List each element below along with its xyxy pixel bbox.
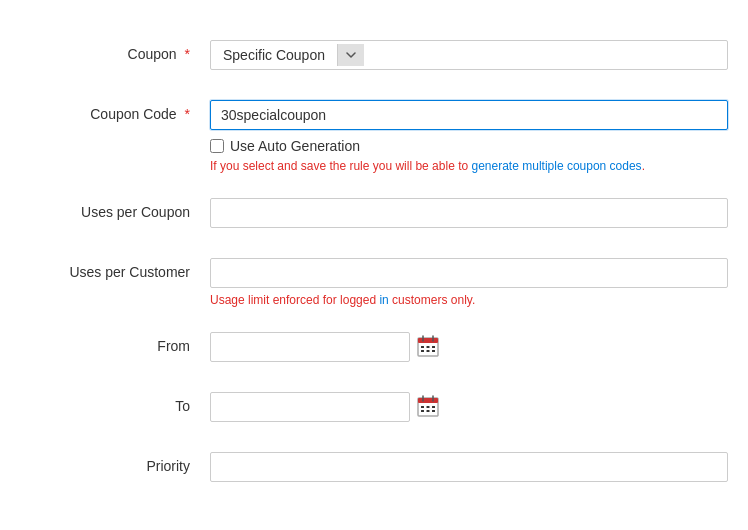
coupon-row: Coupon * Specific Coupon — [0, 30, 748, 80]
svg-rect-16 — [432, 406, 435, 408]
svg-rect-9 — [432, 350, 435, 352]
svg-rect-18 — [427, 410, 430, 412]
svg-rect-5 — [427, 346, 430, 348]
usage-help-text: Usage limit enforced for logged in custo… — [210, 293, 728, 307]
usage-help-prefix: Usage limit enforced for logged — [210, 293, 379, 307]
from-row: From — [0, 322, 748, 372]
auto-generation-checkbox[interactable] — [210, 139, 224, 153]
coupon-code-label-text: Coupon Code — [90, 106, 176, 122]
to-date-wrapper — [210, 392, 728, 422]
to-row: To — [0, 382, 748, 432]
auto-gen-help-link: generate multiple coupon codes — [472, 159, 642, 173]
from-calendar-icon[interactable] — [416, 334, 440, 361]
svg-rect-7 — [421, 350, 424, 352]
priority-label: Priority — [20, 452, 210, 474]
uses-per-coupon-label: Uses per Coupon — [20, 198, 210, 220]
coupon-code-input[interactable] — [210, 100, 728, 130]
coupon-required-star: * — [185, 46, 190, 62]
coupon-type-select[interactable]: Specific Coupon — [210, 40, 728, 70]
calendar-svg-from — [416, 334, 440, 358]
svg-rect-8 — [427, 350, 430, 352]
coupon-code-input-col: Use Auto Generation If you select and sa… — [210, 100, 728, 173]
svg-rect-4 — [421, 346, 424, 348]
to-date-input[interactable] — [210, 392, 410, 422]
from-input-col — [210, 332, 728, 362]
to-label: To — [20, 392, 210, 414]
coupon-type-value: Specific Coupon — [211, 41, 337, 69]
coupon-code-required-star: * — [185, 106, 190, 122]
calendar-svg-to — [416, 394, 440, 418]
uses-per-coupon-input-col — [210, 198, 728, 228]
svg-rect-17 — [421, 410, 424, 412]
svg-rect-6 — [432, 346, 435, 348]
auto-generation-help-text: If you select and save the rule you will… — [210, 159, 728, 173]
svg-rect-11 — [418, 398, 438, 403]
priority-input[interactable] — [210, 452, 728, 482]
svg-rect-1 — [418, 338, 438, 343]
form-container: Coupon * Specific Coupon Coupon Code * — [0, 20, 748, 512]
priority-row: Priority — [0, 442, 748, 492]
from-date-wrapper — [210, 332, 728, 362]
uses-per-coupon-input[interactable] — [210, 198, 728, 228]
coupon-label-text: Coupon — [128, 46, 177, 62]
priority-input-col — [210, 452, 728, 482]
svg-rect-15 — [427, 406, 430, 408]
coupon-label: Coupon * — [20, 40, 210, 62]
usage-help-suffix: customers only. — [389, 293, 475, 307]
to-input-col — [210, 392, 728, 422]
coupon-type-dropdown-btn[interactable] — [337, 44, 364, 66]
uses-per-customer-input-col: Usage limit enforced for logged in custo… — [210, 258, 728, 307]
uses-per-customer-row: Uses per Customer Usage limit enforced f… — [0, 248, 748, 317]
coupon-input-col: Specific Coupon — [210, 40, 728, 70]
coupon-code-row: Coupon Code * Use Auto Generation If you… — [0, 90, 748, 183]
from-date-input[interactable] — [210, 332, 410, 362]
svg-rect-19 — [432, 410, 435, 412]
uses-per-coupon-row: Uses per Coupon — [0, 188, 748, 238]
uses-per-customer-label: Uses per Customer — [20, 258, 210, 280]
auto-gen-help-prefix: If you select and save the rule you will… — [210, 159, 472, 173]
from-label: From — [20, 332, 210, 354]
auto-gen-help-suffix: . — [642, 159, 645, 173]
uses-per-customer-input[interactable] — [210, 258, 728, 288]
coupon-code-label: Coupon Code * — [20, 100, 210, 122]
svg-rect-14 — [421, 406, 424, 408]
auto-generation-row: Use Auto Generation — [210, 138, 728, 154]
to-calendar-icon[interactable] — [416, 394, 440, 421]
auto-generation-label: Use Auto Generation — [230, 138, 360, 154]
chevron-down-icon — [346, 50, 356, 60]
usage-help-link: in — [379, 293, 388, 307]
